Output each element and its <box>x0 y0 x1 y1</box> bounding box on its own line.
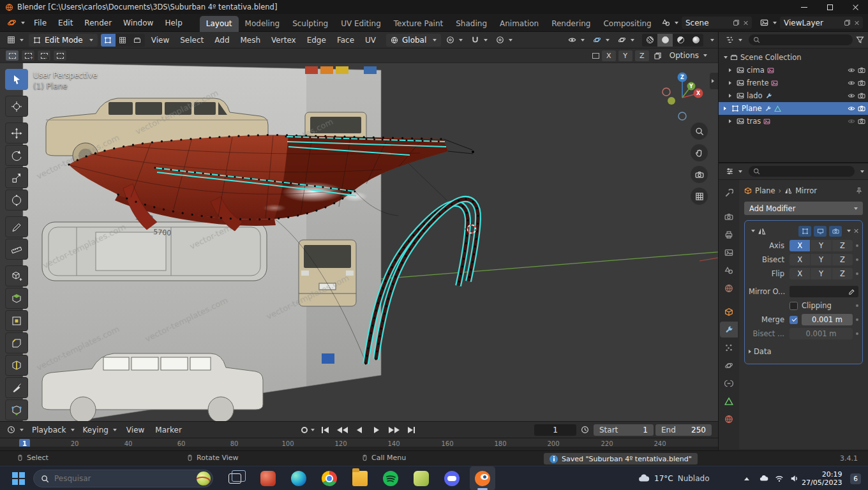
taskbar-app-explorer[interactable] <box>347 466 373 490</box>
menu-timeline-view[interactable]: View <box>122 423 149 437</box>
extrude-tool[interactable] <box>5 288 28 309</box>
workspace-tab-modeling[interactable]: Modeling <box>239 16 287 32</box>
hide-eye-icon[interactable] <box>848 105 855 112</box>
taskbar-app-blender[interactable] <box>470 466 495 490</box>
tab-object-data[interactable] <box>720 393 738 409</box>
show-in-editmode-toggle[interactable] <box>798 226 811 237</box>
scale-tool[interactable] <box>5 167 28 188</box>
sidebar-toggle-tab[interactable] <box>710 73 718 89</box>
menu-vertex[interactable]: Vertex <box>267 33 301 47</box>
rotate-tool[interactable] <box>5 145 28 166</box>
disable-render-icon[interactable] <box>858 105 865 112</box>
bisect-x-button[interactable]: X <box>789 254 810 265</box>
scene-browse-button[interactable] <box>659 17 682 29</box>
editor-type-button[interactable] <box>4 34 27 46</box>
navigation-gizmo[interactable]: Z X Y <box>652 61 714 122</box>
outliner-row-lado[interactable]: lado <box>719 89 868 102</box>
show-realtime-toggle[interactable] <box>814 226 827 237</box>
outliner-row-frente[interactable]: frente <box>719 77 868 89</box>
snap-settings-icon[interactable] <box>654 52 662 60</box>
clipping-checkbox[interactable] <box>789 302 798 310</box>
vertex-select-button[interactable] <box>101 34 116 47</box>
outliner-row-cima[interactable]: cima <box>719 64 868 77</box>
disable-render-icon[interactable] <box>858 92 865 100</box>
auto-keying-button[interactable] <box>300 424 315 436</box>
outliner-editor-type-button[interactable] <box>722 34 745 46</box>
keyframe-dot[interactable] <box>856 272 858 275</box>
visibility-button[interactable] <box>565 34 588 46</box>
rendered-shading-button[interactable] <box>688 34 703 47</box>
mirror-x-toggle[interactable]: X <box>602 50 616 61</box>
workspace-tab-layout[interactable]: Layout <box>200 16 239 32</box>
add-modifier-button[interactable]: Add Modifier <box>744 202 863 215</box>
workspace-tab-compositing[interactable]: Compositing <box>597 16 657 32</box>
add-cube-tool[interactable] <box>5 265 28 286</box>
snap-button[interactable] <box>468 34 491 46</box>
use-preview-range-icon[interactable] <box>581 426 589 434</box>
merge-checkbox[interactable] <box>789 316 798 324</box>
tab-particles[interactable] <box>720 339 738 355</box>
properties-search-input[interactable] <box>749 166 855 177</box>
select-set-button[interactable] <box>5 50 19 61</box>
workspace-tab-texture-paint[interactable]: Texture Paint <box>387 16 449 32</box>
tab-tool[interactable] <box>720 185 738 201</box>
keyframe-dot[interactable] <box>856 304 858 307</box>
pivot-point-button[interactable] <box>443 34 466 46</box>
taskbar-app-chrome[interactable] <box>317 466 342 490</box>
zoom-button[interactable] <box>691 122 708 140</box>
menu-face[interactable]: Face <box>333 33 359 47</box>
mirror-object-field[interactable] <box>789 286 858 297</box>
play-reverse-button[interactable] <box>352 424 367 436</box>
timeline-editor-type-button[interactable] <box>4 424 27 436</box>
axis-neg-y-handle[interactable] <box>668 97 675 105</box>
menu-help[interactable]: Help <box>159 16 188 30</box>
measure-tool[interactable] <box>5 239 28 260</box>
axis-z-button[interactable]: Z <box>832 240 853 251</box>
poly-build-tool[interactable] <box>5 399 28 420</box>
axis-y-button[interactable]: Y <box>811 240 831 251</box>
tray-overflow-button[interactable] <box>744 466 749 490</box>
expand-icon[interactable] <box>729 68 731 72</box>
overlays-button[interactable] <box>615 34 638 46</box>
tab-modifiers[interactable] <box>720 322 738 338</box>
menu-edge[interactable]: Edge <box>303 33 331 47</box>
menu-add[interactable]: Add <box>210 33 234 47</box>
flip-z-button[interactable]: Z <box>832 268 853 279</box>
disable-render-icon[interactable] <box>858 117 865 125</box>
hide-eye-icon[interactable] <box>848 117 855 125</box>
network-icon[interactable] <box>775 474 784 483</box>
menu-uv[interactable]: UV <box>361 33 380 47</box>
disable-render-icon[interactable] <box>858 66 865 74</box>
frame-end-field[interactable]: End 250 <box>655 424 712 436</box>
maximize-button[interactable] <box>817 0 842 14</box>
eyedropper-icon[interactable] <box>848 288 855 295</box>
chevron-down-icon[interactable] <box>860 170 864 173</box>
menu-marker[interactable]: Marker <box>151 423 186 437</box>
transform-tool[interactable] <box>5 189 28 211</box>
prev-keyframe-button[interactable] <box>334 424 350 436</box>
tab-render[interactable] <box>720 209 738 225</box>
move-tool[interactable] <box>5 122 28 144</box>
tab-view-layer[interactable] <box>720 244 738 260</box>
outliner-search-input[interactable] <box>749 34 853 45</box>
weather-widget[interactable]: 17°C Nublado <box>638 466 710 490</box>
tab-physics[interactable] <box>720 357 738 373</box>
hide-eye-icon[interactable] <box>848 66 855 74</box>
search-highlight-image[interactable] <box>197 471 211 486</box>
data-expander[interactable]: Data <box>749 345 858 359</box>
flip-y-button[interactable]: Y <box>811 268 831 279</box>
select-subtract-button[interactable]: - <box>37 50 51 61</box>
tab-constraints[interactable] <box>720 375 738 391</box>
keyframe-dot[interactable] <box>856 332 858 335</box>
shading-options-chevron-icon[interactable] <box>710 39 714 41</box>
menu-select[interactable]: Select <box>176 33 208 47</box>
edge-select-button[interactable] <box>116 34 130 47</box>
outliner-row-scene-collection[interactable]: Scene Collection <box>719 51 868 64</box>
keyframe-dot[interactable] <box>856 244 858 247</box>
transform-orientation-selector[interactable]: Global <box>386 34 441 47</box>
gizmos-button[interactable] <box>590 34 613 46</box>
menu-edit[interactable]: Edit <box>52 16 79 30</box>
pin-icon[interactable] <box>855 187 863 195</box>
breadcrumb-modifier[interactable]: Mirror <box>795 186 817 195</box>
hide-eye-icon[interactable] <box>848 79 855 87</box>
